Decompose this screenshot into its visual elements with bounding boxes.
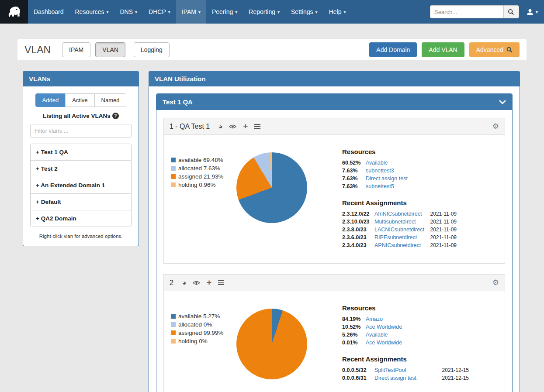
domain-panel-header[interactable]: Test 1 QA	[156, 94, 512, 110]
legend-label: assigned 99.99%	[178, 330, 224, 336]
assignment-cidr: 2.3.4.0/23	[342, 242, 374, 248]
assignment-link[interactable]: Direct assign test	[374, 375, 416, 381]
nav-item-dashboard[interactable]: Dashboard	[28, 0, 69, 24]
gear-icon[interactable]: ⚙	[492, 278, 499, 287]
plus-icon[interactable]: +	[207, 278, 211, 286]
resource-row: 0.01% Ace Worldwide	[342, 340, 469, 346]
page-title: VLAN	[24, 44, 51, 56]
assignment-date: 2021-11-09	[426, 219, 457, 225]
plus-icon[interactable]: +	[243, 122, 248, 130]
assignment-date: 2021-12-15	[438, 367, 469, 373]
resource-link[interactable]: Ace Worldwide	[366, 324, 402, 330]
search-input[interactable]	[430, 5, 503, 18]
assignment-link[interactable]: Multisubnetdirect	[374, 219, 416, 225]
resource-percent: 60.52%	[342, 160, 366, 166]
assignment-date: 2021-11-09	[426, 227, 457, 233]
view-added-button[interactable]: Added	[35, 93, 66, 107]
assignment-link[interactable]: AfriNICsubnetdirect	[374, 211, 422, 217]
nav-item-reporting[interactable]: Reporting	[243, 0, 285, 24]
resource-row: 7.63% subnettest5	[342, 183, 457, 189]
nav-item-dhcp[interactable]: DHCP	[143, 0, 176, 24]
resources-heading: Resources	[342, 148, 457, 155]
gear-icon[interactable]: ⚙	[492, 122, 499, 131]
nav-item-dns[interactable]: DNS	[114, 0, 143, 24]
nav-menu: Dashboard Resources DNS DHCP IPAM Peerin…	[28, 0, 351, 24]
resource-link[interactable]: Available	[366, 160, 388, 166]
recent-assignment-row: 2.3.8.0/23 LACNICsubnetdirect 2021-11-09	[342, 227, 457, 233]
assignment-link[interactable]: APNICsubnetdirect	[374, 242, 421, 248]
view-active-button[interactable]: Active	[65, 93, 94, 107]
assignment-date: 2021-11-09	[426, 242, 457, 248]
pie-chart-icon[interactable]: ◕	[182, 279, 186, 286]
resource-link[interactable]: Ace Worldwide	[366, 340, 402, 346]
vlan-list-item[interactable]: + Test 1 QA	[31, 144, 131, 161]
utilization-pie-chart-2[interactable]	[236, 309, 307, 379]
resource-percent: 0.01%	[342, 340, 366, 346]
resource-link[interactable]: Available	[366, 332, 388, 338]
help-icon[interactable]: ?	[112, 113, 119, 119]
nav-item-help[interactable]: Help	[323, 0, 352, 24]
search-button[interactable]	[503, 5, 519, 18]
vlan-list-item[interactable]: + QA2 Domain	[31, 210, 131, 227]
chart-2-resources: 84.19% Amazo 10.52% Ace Worldwide	[342, 316, 469, 346]
assignment-link[interactable]: RIPEsubnetdirect	[374, 234, 417, 241]
recent-assignment-row: 2.3.12.0/22 AfriNICsubnetdirect 2021-11-…	[342, 211, 457, 217]
tab-logging[interactable]: Logging	[134, 42, 170, 57]
header-actions: Add Domain Add VLAN Advanced	[364, 42, 520, 57]
collapse-chevron-icon[interactable]	[499, 100, 506, 104]
resource-link[interactable]: subnettest5	[366, 183, 394, 189]
recent-assignments-heading: Recent Assignments	[342, 355, 469, 363]
legend-label: available 69.48%	[178, 157, 223, 163]
eye-icon[interactable]	[193, 280, 200, 285]
listing-label: Listing all Active VLANs?	[30, 113, 132, 119]
assignment-link[interactable]: LACNICsubnetdirect	[374, 227, 424, 233]
legend-swatch	[171, 322, 176, 327]
resource-link[interactable]: Amazo	[366, 316, 383, 322]
resource-row: 5.26% Available	[342, 332, 469, 338]
menu-icon[interactable]	[218, 280, 224, 285]
legend-label: allocated 7.63%	[178, 165, 220, 172]
view-named-button[interactable]: Named	[94, 93, 127, 107]
legend-row: allocated 7.63%	[171, 165, 236, 172]
vlan-list-item[interactable]: + Test 2	[31, 161, 131, 177]
nav-item-resources[interactable]: Resources	[69, 0, 114, 24]
user-menu[interactable]: ▾	[526, 8, 538, 16]
add-domain-button[interactable]: Add Domain	[369, 42, 417, 57]
legend-label: holding 0.96%	[178, 182, 216, 188]
tab-vlan[interactable]: VLAN	[95, 42, 125, 57]
vlan-list-item[interactable]: + An Extended Domain 1	[31, 177, 131, 194]
nav-item-peering[interactable]: Peering	[206, 0, 243, 24]
legend-label: available 5.27%	[178, 313, 220, 320]
app-logo[interactable]	[0, 0, 28, 24]
chart-1-legend: available 69.48% allocated 7.63%	[171, 146, 236, 190]
add-vlan-button[interactable]: Add VLAN	[422, 42, 464, 57]
eye-icon[interactable]	[229, 124, 236, 129]
utilization-pie-chart-1[interactable]	[236, 152, 307, 223]
nav-item-settings[interactable]: Settings	[285, 0, 323, 24]
user-caret-icon: ▾	[536, 10, 538, 14]
resource-link[interactable]: subnettest3	[366, 168, 394, 174]
resource-link[interactable]: Direct assign test	[366, 175, 408, 182]
top-navbar: Dashboard Resources DNS DHCP IPAM Peerin…	[0, 0, 544, 24]
vlan-list-item[interactable]: + Default	[31, 194, 131, 210]
legend-row: allocated 0%	[171, 321, 236, 328]
advanced-search-button[interactable]: Advanced	[469, 42, 520, 57]
menu-icon[interactable]	[254, 124, 260, 129]
vlan-list: + Test 1 QA + Test 2 + An Extended Domai…	[30, 144, 132, 227]
assignment-date: 2021-12-15	[438, 375, 469, 381]
tab-ipam[interactable]: IPAM	[62, 42, 90, 57]
legend-swatch	[171, 314, 176, 319]
user-icon	[526, 8, 534, 16]
pie-chart-icon[interactable]: ◕	[218, 123, 222, 130]
chart-1-header: 1 - QA Test 1 ◕ + ⚙	[163, 118, 505, 135]
assignment-link[interactable]: SplitTestPool	[374, 367, 406, 373]
legend-swatch	[171, 330, 176, 335]
vlans-panel: VLANs Added Active Named Listing all Act…	[23, 71, 139, 246]
legend-swatch	[171, 158, 176, 162]
nav-item-ipam[interactable]: IPAM	[176, 0, 206, 24]
recent-assignment-row: 2.3.4.0/23 APNICsubnetdirect 2021-11-09	[342, 242, 457, 248]
filter-vlans-input[interactable]	[30, 124, 132, 138]
legend-label: allocated 0%	[178, 321, 212, 328]
vlan-chart-block-1: 1 - QA Test 1 ◕ + ⚙	[163, 118, 505, 264]
assignment-date: 2021-11-09	[426, 211, 457, 217]
